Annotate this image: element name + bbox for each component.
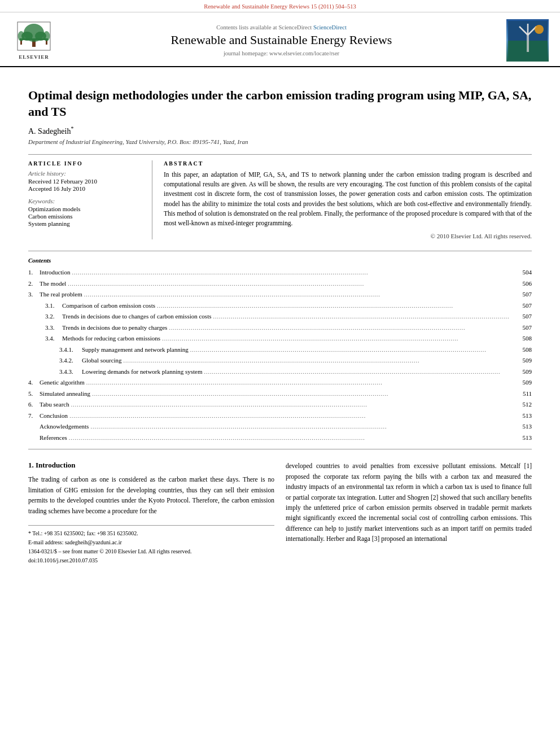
journal-homepage: journal homepage: www.elsevier.com/locat… xyxy=(62,50,501,56)
elsevier-label-text: ELSEVIER xyxy=(19,54,49,60)
toc-number: 6. xyxy=(28,399,40,409)
toc-item: 2.The model ............................… xyxy=(28,278,532,290)
intro-heading: 1. Introduction xyxy=(28,461,274,470)
toc-item: 3.2.Trends in decisions due to changes o… xyxy=(28,311,532,322)
toc-page: 507 xyxy=(518,322,532,333)
toc-item: 3.The real problem .....................… xyxy=(28,289,532,300)
abstract-text: In this paper, an adaptation of MIP, GA,… xyxy=(164,170,532,229)
journal-header: ELSEVIER Contents lists available at Sci… xyxy=(0,12,560,67)
intro-left-column: 1. Introduction The trading of carbon as… xyxy=(28,461,274,565)
toc-label: Conclusion xyxy=(40,410,68,421)
toc-item: 3.4.Methods for reducing carbon emission… xyxy=(28,333,532,344)
toc-label: Genetic algorithm xyxy=(40,377,85,387)
toc-label: Simulated annealing xyxy=(40,388,90,399)
toc-dots: ........................................… xyxy=(160,334,518,344)
journal-thumbnail xyxy=(506,19,549,62)
toc-number: 3.3. xyxy=(28,322,62,333)
toc-item: Acknowledgements .......................… xyxy=(28,421,532,433)
toc-dots: ........................................… xyxy=(70,268,518,278)
toc-container: 1.Introduction .........................… xyxy=(28,267,532,443)
svg-rect-12 xyxy=(527,35,529,52)
toc-page: 513 xyxy=(518,410,532,421)
toc-dots: ........................................… xyxy=(67,434,518,444)
svg-point-8 xyxy=(43,31,50,41)
toc-number: 3.1. xyxy=(28,300,62,311)
toc-number: 3.4.2. xyxy=(28,355,82,365)
toc-number: 4. xyxy=(28,377,40,387)
toc-dots: ........................................… xyxy=(85,378,518,388)
footnote-tel: * Tel.: +98 351 6235002; fax: +98 351 62… xyxy=(28,529,274,538)
footnote-email: E-mail address: sadegheih@yazduni.ac.ir xyxy=(28,538,274,547)
sciencedirect-text: Contents lists available at ScienceDirec… xyxy=(62,24,501,30)
toc-page: 506 xyxy=(518,278,532,289)
toc-dots: ........................................… xyxy=(189,346,518,356)
toc-dots: ........................................… xyxy=(66,279,518,290)
abstract-column: ABSTRACT In this paper, an adaptation of… xyxy=(164,160,532,240)
affiliation: Department of Industrial Engineering, Ya… xyxy=(28,138,532,145)
article-info-column: ARTICLE INFO Article history: Received 1… xyxy=(28,160,152,240)
history-label: Article history: xyxy=(28,170,143,177)
toc-item: 3.3.Trends in decisions due to penalty c… xyxy=(28,322,532,334)
toc-dots: ........................................… xyxy=(167,324,518,334)
toc-page: 513 xyxy=(518,433,532,443)
toc-dots: ........................................… xyxy=(122,356,518,366)
toc-number: 3.2. xyxy=(28,311,62,321)
toc-item: References .............................… xyxy=(28,433,532,444)
toc-item: 5.Simulated annealing ..................… xyxy=(28,388,532,400)
toc-page: 507 xyxy=(518,300,532,311)
main-content: Optimal design methodologies under the c… xyxy=(0,67,560,576)
accepted-date: Accepted 16 July 2010 xyxy=(28,185,143,192)
journal-citation: Renewable and Sustainable Energy Reviews… xyxy=(204,3,356,10)
elsevier-logo: ELSEVIER xyxy=(11,21,56,60)
toc-number: 7. xyxy=(28,410,40,421)
toc-label: Global sourcing xyxy=(82,355,122,365)
toc-page: 504 xyxy=(518,267,532,277)
toc-dots: ........................................… xyxy=(69,400,518,410)
author-name: A. Sadegheih* xyxy=(28,125,532,136)
toc-page: 509 xyxy=(518,377,532,387)
footnote-area: * Tel.: +98 351 6235002; fax: +98 351 62… xyxy=(28,525,274,565)
journal-name: Renewable and Sustainable Energy Reviews xyxy=(62,33,501,47)
top-bar: Renewable and Sustainable Energy Reviews… xyxy=(0,0,560,12)
toc-label: Acknowledgements xyxy=(40,421,89,431)
toc-dots: ........................................… xyxy=(68,412,518,422)
toc-number: 3.4.1. xyxy=(28,344,82,355)
toc-dots: ........................................… xyxy=(90,390,518,400)
toc-item: 3.4.1.Supply management and network plan… xyxy=(28,344,532,356)
journal-thumb-image xyxy=(508,21,548,60)
abstract-label: ABSTRACT xyxy=(164,160,532,167)
toc-item: 1.Introduction .........................… xyxy=(28,267,532,278)
toc-label: Trends in decisions due to penalty charg… xyxy=(62,322,167,333)
toc-dots: ........................................… xyxy=(203,368,518,378)
toc-page: 507 xyxy=(518,289,532,299)
sciencedirect-link[interactable]: ScienceDirect xyxy=(313,24,347,30)
toc-dots: ........................................… xyxy=(82,290,518,300)
toc-label: Lowering demands for network planning sy… xyxy=(82,366,203,377)
toc-page: 511 xyxy=(518,388,532,399)
toc-page: 513 xyxy=(518,421,532,431)
toc-page: 512 xyxy=(518,399,532,409)
keywords-section: Keywords: Optimization models Carbon emi… xyxy=(28,198,143,227)
elsevier-tree-icon xyxy=(17,21,51,53)
footnote-issn: 1364-0321/$ – see front matter © 2010 El… xyxy=(28,547,274,556)
toc-label: Methods for reducing carbon emissions xyxy=(62,333,160,343)
received-date: Received 12 February 2010 xyxy=(28,178,143,185)
keyword-2: Carbon emissions xyxy=(28,213,143,220)
toc-label: Introduction xyxy=(40,267,70,277)
toc-item: 3.4.3.Lowering demands for network plann… xyxy=(28,366,532,378)
toc-number: 3.4. xyxy=(28,333,62,343)
keywords-label: Keywords: xyxy=(28,198,143,204)
toc-dots: ........................................… xyxy=(155,302,518,312)
toc-label: Tabu search xyxy=(40,399,69,409)
toc-label: Supply management and network planning xyxy=(82,344,189,355)
toc-item: 3.1.Comparison of carbon emission costs … xyxy=(28,300,532,312)
toc-label: References xyxy=(40,433,67,443)
toc-page: 509 xyxy=(518,355,532,365)
toc-item: 4.Genetic algorithm ....................… xyxy=(28,377,532,388)
toc-page: 508 xyxy=(518,333,532,343)
introduction-section: 1. Introduction The trading of carbon as… xyxy=(28,461,532,565)
toc-number: 3.4.3. xyxy=(28,366,82,377)
toc-page: 509 xyxy=(518,366,532,377)
contents-title: Contents xyxy=(28,257,532,264)
intro-right-column: developed countries to avoid penalties f… xyxy=(286,461,532,565)
